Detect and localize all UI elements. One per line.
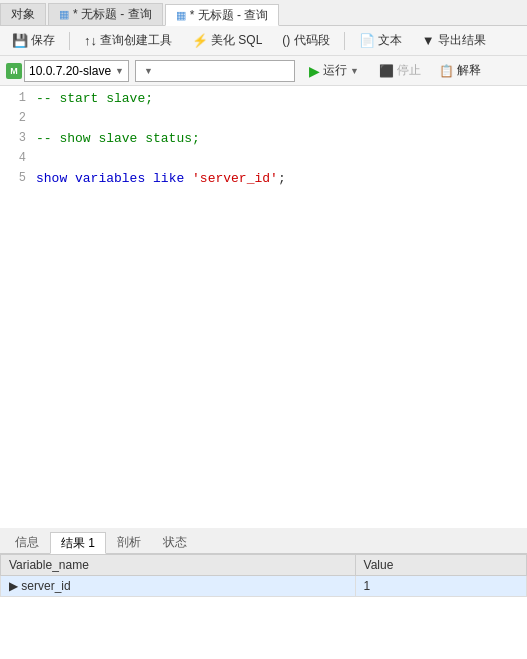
stop-icon: ⬛ [379,64,394,78]
tab-bar: 对象 ▦ * 无标题 - 查询 ▦ * 无标题 - 查询 [0,0,527,26]
cell-value: 1 [355,576,526,597]
tab-info[interactable]: 信息 [4,531,50,553]
line-content-4 [36,150,527,166]
table-icon: ▦ [59,8,69,21]
line-content-1: -- start slave; [36,90,527,106]
run-dropdown-icon: ▼ [350,66,359,76]
code-editor[interactable]: 1 -- start slave; 2 3 -- show slave stat… [0,86,527,528]
cell-variable-name: ▶ server_id [1,576,356,597]
connection-selector[interactable]: M 10.0.7.20-slave ▼ [6,60,129,82]
save-button[interactable]: 💾 保存 [6,30,61,51]
connection-arrow-icon: ▼ [115,66,124,76]
code-block-button[interactable]: () 代码段 [276,30,335,51]
line-content-2 [36,110,527,126]
code-line-4: 4 [0,150,527,170]
connection-value: 10.0.7.20-slave [29,64,111,78]
table-header-row: Variable_name Value [1,555,527,576]
col-variable-name: Variable_name [1,555,356,576]
tab-query1[interactable]: ▦ * 无标题 - 查询 [48,3,163,25]
main-toolbar: 💾 保存 ↑↓ 查询创建工具 ⚡ 美化 SQL () 代码段 📄 文本 ▼ 导出… [0,26,527,56]
toolbar-sep-1 [69,32,70,50]
stop-button[interactable]: ⬛ 停止 [373,60,427,81]
database-select-box[interactable]: ▼ [135,60,295,82]
keyword-variables: variables [75,171,153,186]
tab-objects[interactable]: 对象 [0,3,46,25]
string-server-id: 'server_id' [192,171,278,186]
query2-tab-label: * 无标题 - 查询 [190,7,269,24]
database-arrow-icon: ▼ [144,66,153,76]
connection-select-box[interactable]: 10.0.7.20-slave ▼ [24,60,129,82]
connection-icon: M [6,63,22,79]
connection-toolbar: M 10.0.7.20-slave ▼ ▼ ▶ 运行 ▼ ⬛ 停止 📋 解释 [0,56,527,86]
tab-profile[interactable]: 剖析 [106,531,152,553]
row-indicator-icon: ▶ [9,579,21,593]
code-line-3: 3 -- show slave status; [0,130,527,150]
text-icon: 📄 [359,33,375,48]
save-icon: 💾 [12,33,28,48]
explain-icon: 📋 [439,64,454,78]
line-number-5: 5 [0,170,36,185]
table-row[interactable]: ▶ server_id 1 [1,576,527,597]
text-button[interactable]: 📄 文本 [353,30,408,51]
line-number-2: 2 [0,110,36,125]
tab-result1[interactable]: 结果 1 [50,532,106,554]
run-button[interactable]: ▶ 运行 ▼ [301,60,367,81]
editor-area[interactable]: 1 -- start slave; 2 3 -- show slave stat… [0,86,527,194]
result-table: Variable_name Value ▶ server_id 1 [0,554,527,597]
run-icon: ▶ [309,63,320,79]
result-table-wrapper: Variable_name Value ▶ server_id 1 [0,554,527,659]
objects-tab-label: 对象 [11,6,35,23]
beautify-icon: ⚡ [192,33,208,48]
line-content-5: show variables like 'server_id'; [36,170,527,186]
keyword-show: show [36,171,75,186]
code-line-2: 2 [0,110,527,130]
tab-status[interactable]: 状态 [152,531,198,553]
explain-button[interactable]: 📋 解释 [433,60,487,81]
semicolon: ; [278,171,286,186]
code-line-1: 1 -- start slave; [0,90,527,110]
code-line-5: 5 show variables like 'server_id'; [0,170,527,190]
export-icon: ▼ [422,33,435,48]
line-number-4: 4 [0,150,36,165]
result-tabs: 信息 结果 1 剖析 状态 [0,528,527,554]
keyword-like: like [153,171,192,186]
col-value: Value [355,555,526,576]
line-number-3: 3 [0,130,36,145]
line-number-1: 1 [0,90,36,105]
beautify-button[interactable]: ⚡ 美化 SQL [186,30,268,51]
line-content-3: -- show slave status; [36,130,527,146]
export-button[interactable]: ▼ 导出结果 [416,30,492,51]
toolbar-sep-2 [344,32,345,50]
query1-tab-label: * 无标题 - 查询 [73,6,152,23]
query-tool-button[interactable]: ↑↓ 查询创建工具 [78,30,178,51]
bottom-panel: 信息 结果 1 剖析 状态 Variable_name Value [0,528,527,659]
main-content: 1 -- start slave; 2 3 -- show slave stat… [0,86,527,659]
table-icon2: ▦ [176,9,186,22]
tab-query2[interactable]: ▦ * 无标题 - 查询 [165,4,280,26]
query-tool-icon: ↑↓ [84,33,97,48]
